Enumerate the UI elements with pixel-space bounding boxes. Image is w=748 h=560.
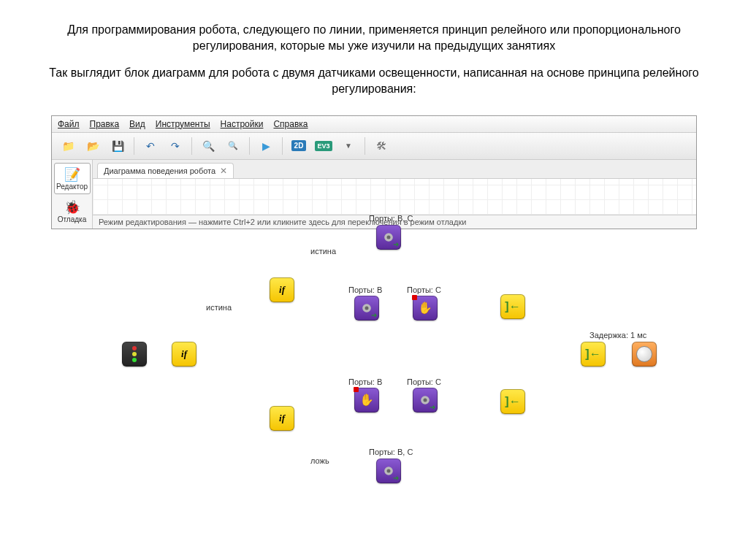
paragraph-1: Для программирования робота, следующего … [44,22,704,55]
app-window: Файл Правка Вид Инструменты Настройки Сп… [51,115,697,229]
clock-icon [636,346,652,362]
if-icon: if [181,348,187,360]
sidebar: 📝 Редактор 🐞 Отладка [52,160,93,229]
main-area: Диаграмма поведения робота ✕ [93,160,696,229]
mode-2d-button[interactable]: 2D [289,136,309,156]
menu-tools[interactable]: Инструменты [156,119,210,129]
merge-node-top[interactable]: ]← [500,294,525,319]
open-button[interactable]: 📂 [83,136,103,156]
menu-help[interactable]: Справка [273,119,308,129]
toolbar-separator [134,137,134,155]
if-icon: if [279,284,285,296]
badge-2d: 2D [291,140,307,151]
menu-file[interactable]: Файл [58,119,80,129]
motor-node-c-lower[interactable]: ➜ [413,388,438,413]
toolbar-separator [365,137,365,155]
redo-icon: ↷ [171,140,180,152]
red-corner-icon [412,295,417,300]
label-delay: Задержка: 1 мс [589,331,646,340]
badge-ev3: EV3 [315,141,332,151]
save-icon: 💾 [112,140,124,152]
arrow-right-icon: ➜ [393,474,399,482]
slide-text: Для программирования робота, следующего … [0,0,748,115]
content-row: 📝 Редактор 🐞 Отладка Диаграмма поведения… [52,160,696,229]
if-node-2[interactable]: if [270,277,294,302]
merge-node-bottom[interactable]: ]← [500,389,525,414]
tab-close-icon[interactable]: ✕ [220,166,227,176]
wrench-icon: 🛠 [376,140,386,152]
motors-node-bc-top[interactable]: ➜ [376,225,401,250]
chevron-down-icon: ▼ [345,142,352,150]
if-node-3[interactable]: if [270,406,294,431]
sidebar-label: Отладка [58,215,87,223]
undo-icon: ↶ [146,140,155,152]
zoom-in-button[interactable]: 🔍 [198,136,218,156]
svg-point-1 [387,235,391,239]
redo-button[interactable]: ↷ [165,136,186,156]
zoom-in-icon: 🔍 [202,140,215,152]
zoom-out-button[interactable]: 🔍 [223,136,243,156]
timer-node[interactable] [632,342,657,367]
traffic-light-icon [132,346,137,362]
settings-button[interactable]: 🛠 [371,136,392,156]
tab-bar: Диаграмма поведения робота ✕ [93,160,696,179]
label-ports-bc: Порты: B, C [369,214,413,223]
start-node[interactable] [122,342,147,367]
diagram-canvas[interactable]: if if if ➜ ➜ [93,179,696,215]
sidebar-item-editor[interactable]: 📝 Редактор [54,163,91,194]
toolbar: 📁 📂 💾 ↶ ↷ 🔍 🔍 ▶ 2D EV3 ▼ 🛠 [52,133,696,160]
label-true: истина [206,303,232,312]
label-ports-bc: Порты: B, C [369,448,413,456]
arrow-right-icon: ➜ [393,240,399,248]
merge-node-final[interactable]: ]← [581,342,606,367]
motor-node-b-mid[interactable]: ➜ [354,296,379,321]
merge-icon: ]← [505,395,520,408]
if-icon: if [279,413,285,424]
svg-point-5 [424,398,427,402]
merge-icon: ]← [585,348,600,361]
tab-label: Диаграмма поведения робота [104,166,215,175]
menu-bar: Файл Правка Вид Инструменты Настройки Сп… [52,116,696,133]
new-file-button[interactable]: 📁 [58,136,78,156]
folder-open-icon: 📂 [87,140,99,152]
stop-node-b-lower[interactable]: ✋ [354,388,379,413]
motors-node-bc-bottom[interactable]: ➜ [376,459,401,483]
svg-point-7 [387,469,391,472]
tab-diagram[interactable]: Диаграмма поведения робота ✕ [97,163,234,178]
hand-stop-icon: ✋ [418,301,432,315]
label-ports-c: Порты: C [407,377,441,386]
robot-ev3-button[interactable]: EV3 [313,136,334,156]
menu-view[interactable]: Вид [129,119,145,129]
toolbar-separator [282,137,283,155]
label-false: ложь [310,456,329,465]
svg-point-3 [365,306,369,310]
sidebar-item-debug[interactable]: 🐞 Отладка [54,196,91,227]
merge-icon: ]← [505,300,520,313]
dropdown-button[interactable]: ▼ [338,136,359,156]
arrow-right-icon: ➜ [371,311,377,319]
toolbar-separator [249,137,250,155]
if-node-1[interactable]: if [172,342,196,367]
zoom-out-icon: 🔍 [228,141,238,150]
label-ports-b: Порты: B [348,377,382,386]
play-icon: ▶ [262,140,270,152]
stop-node-c-mid[interactable]: ✋ [413,296,438,321]
label-ports-c: Порты: C [407,285,441,294]
edges-layer [93,179,696,215]
menu-settings[interactable]: Настройки [221,119,264,129]
label-ports-b: Порты: B [348,285,382,294]
sidebar-label: Редактор [56,183,88,191]
save-button[interactable]: 💾 [107,136,128,156]
red-corner-icon [354,387,359,392]
label-true: истина [310,247,336,256]
arrow-right-icon: ➜ [430,403,435,411]
run-button[interactable]: ▶ [256,136,276,156]
document-edit-icon: 📝 [55,166,90,183]
menu-edit[interactable]: Правка [90,119,120,129]
bug-icon: 🐞 [55,199,90,215]
undo-button[interactable]: ↶ [140,136,161,156]
toolbar-separator [191,137,192,155]
hand-stop-icon: ✋ [359,393,374,407]
folder-plus-icon: 📁 [62,140,75,152]
paragraph-2: Так выглядит блок диаграмм для робота с … [44,65,704,98]
